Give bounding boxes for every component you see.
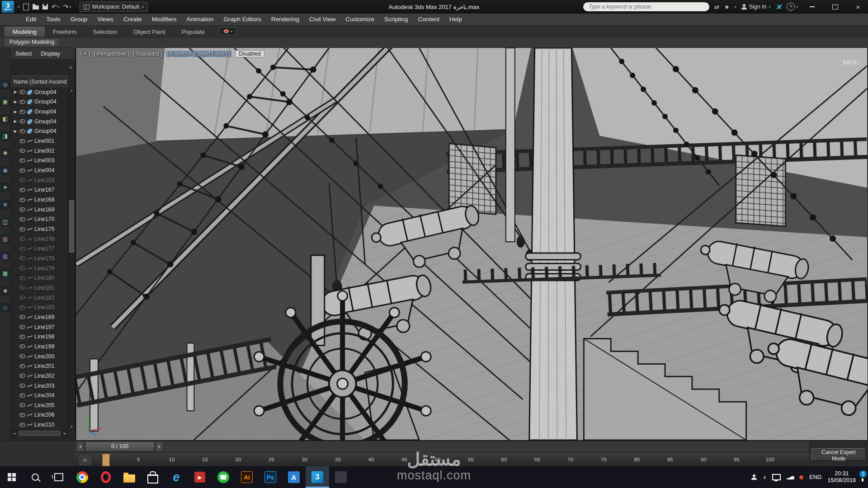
- pin-icon[interactable]: ◇: [1, 303, 10, 312]
- chevron-down-icon[interactable]: ▾: [735, 5, 736, 9]
- previous-frame-button[interactable]: ◄: [76, 441, 84, 452]
- ribbon-config-button[interactable]: ▾: [219, 27, 236, 35]
- taskbar-max[interactable]: 3: [306, 466, 329, 488]
- visibility-eye-icon[interactable]: [19, 178, 25, 182]
- explorer-row[interactable]: ▶Group04: [11, 97, 68, 107]
- visibility-eye-icon[interactable]: [19, 276, 25, 280]
- visibility-eye-icon[interactable]: [19, 403, 25, 407]
- time-slider-marker[interactable]: [102, 454, 110, 466]
- 3dsmax-logo[interactable]: 3 MAX: [2, 1, 14, 13]
- menu-views[interactable]: Views: [92, 14, 118, 25]
- viewport-pov-menu[interactable]: [ Perspective ]: [94, 51, 129, 57]
- display-spacewarps-icon[interactable]: ≋: [1, 200, 10, 209]
- explorer-row[interactable]: Line200: [11, 352, 68, 361]
- frame-indicator[interactable]: 0 / 100: [85, 441, 155, 452]
- explorer-row[interactable]: ▶Group04: [11, 87, 68, 97]
- chevron-up-icon[interactable]: ∧: [763, 474, 766, 480]
- menu-civil-view[interactable]: Civil View: [304, 14, 340, 25]
- explorer-row[interactable]: Line183: [11, 302, 68, 312]
- expand-icon[interactable]: ▶: [13, 129, 18, 133]
- visibility-eye-icon[interactable]: [19, 207, 25, 211]
- explorer-row[interactable]: Line181: [11, 283, 68, 293]
- explorer-row[interactable]: Line103: [11, 175, 68, 185]
- visibility-eye-icon[interactable]: [19, 119, 25, 123]
- sign-in-button[interactable]: Sign In ▾: [741, 4, 771, 10]
- lock-icon[interactable]: ◈: [1, 286, 10, 295]
- language-indicator[interactable]: ENG: [809, 474, 821, 480]
- explorer-row[interactable]: Line210: [11, 420, 68, 430]
- workspace-selector[interactable]: Workspace: Default ▾: [80, 2, 148, 12]
- visibility-eye-icon[interactable]: [19, 217, 25, 221]
- display-groups-icon[interactable]: ◫: [1, 217, 10, 226]
- people-icon[interactable]: [751, 474, 757, 480]
- explorer-row[interactable]: Line204: [11, 390, 68, 400]
- menu-create[interactable]: Create: [118, 14, 147, 25]
- taskbar-edge[interactable]: e: [165, 466, 188, 488]
- explorer-row[interactable]: Line202: [11, 371, 68, 381]
- explorer-row[interactable]: Line170: [11, 215, 68, 225]
- frame-ruler[interactable]: 0510152025303540455055606570758085909510…: [99, 452, 777, 467]
- explorer-row[interactable]: Line205: [11, 400, 68, 410]
- scrollbar-thumb[interactable]: [19, 431, 61, 436]
- explorer-row[interactable]: Line189: [11, 312, 68, 322]
- explorer-row[interactable]: Line169: [11, 205, 68, 215]
- visibility-eye-icon[interactable]: [19, 305, 25, 310]
- taskbar-media[interactable]: ▶: [188, 466, 212, 488]
- scroll-up-icon[interactable]: ▲: [68, 87, 75, 93]
- explorer-horizontal-scrollbar[interactable]: ◂ ▸: [11, 429, 68, 437]
- menu-group[interactable]: Group: [66, 14, 93, 25]
- ribbon-tab-freeform[interactable]: Freeform: [45, 27, 85, 37]
- expand-icon[interactable]: ▶: [13, 110, 18, 114]
- viewcube-back-label[interactable]: BACK: [839, 59, 861, 66]
- visibility-eye-icon[interactable]: [19, 237, 25, 241]
- sync-icon[interactable]: ⇄: [714, 4, 719, 10]
- visibility-eye-icon[interactable]: [19, 423, 25, 427]
- explorer-row[interactable]: ▶Group04: [11, 127, 68, 136]
- visibility-eye-icon[interactable]: [19, 384, 25, 388]
- visibility-eye-icon[interactable]: [19, 188, 25, 192]
- taskbar-illustrator[interactable]: Ai: [235, 466, 259, 488]
- find-icon[interactable]: ◎: [1, 80, 10, 89]
- visibility-eye-icon[interactable]: [19, 335, 25, 339]
- explorer-row[interactable]: Line175: [11, 224, 68, 234]
- explorer-row[interactable]: Line168: [11, 195, 68, 205]
- visibility-eye-icon[interactable]: [19, 227, 25, 231]
- visibility-eye-icon[interactable]: [19, 364, 25, 368]
- visibility-eye-icon[interactable]: [19, 344, 25, 348]
- expand-icon[interactable]: ▶: [13, 100, 18, 104]
- scrollbar-thumb[interactable]: [69, 200, 74, 253]
- viewport-style-menu[interactable]: [ Standard ]: [133, 51, 162, 57]
- menu-animation[interactable]: Animation: [181, 14, 218, 25]
- explorer-row[interactable]: Line201: [11, 361, 68, 371]
- select-icon[interactable]: ▣: [1, 97, 10, 106]
- menu-display[interactable]: Display: [36, 50, 65, 57]
- menu-edit[interactable]: Edit: [21, 14, 41, 25]
- taskbar-start[interactable]: [0, 466, 24, 488]
- ribbon-tab-populate[interactable]: Populate: [174, 27, 213, 37]
- explorer-row[interactable]: Line176: [11, 234, 68, 244]
- chevron-down-icon[interactable]: ▾: [18, 5, 19, 9]
- explorer-row[interactable]: ▶Group04: [11, 107, 68, 117]
- help-button[interactable]: ? ▾: [787, 3, 798, 11]
- explorer-row[interactable]: Line002: [11, 146, 68, 156]
- perspective-viewport[interactable]: [ + ] [ Perspective ] [ Standard ] [ Fac…: [75, 47, 868, 441]
- display-lights-icon[interactable]: ✱: [1, 149, 10, 158]
- explorer-row[interactable]: Line004: [11, 165, 68, 175]
- close-button[interactable]: ×: [849, 0, 867, 14]
- taskbar-chrome[interactable]: [71, 466, 94, 488]
- display-icon[interactable]: [772, 474, 781, 480]
- taskbar-store[interactable]: [141, 466, 165, 488]
- explorer-row[interactable]: Line003: [11, 156, 68, 166]
- visibility-eye-icon[interactable]: [19, 394, 25, 398]
- taskbar-opera[interactable]: [94, 466, 118, 488]
- action-center-button[interactable]: 2: [862, 473, 863, 481]
- taskbar-search[interactable]: [24, 466, 47, 488]
- explorer-row[interactable]: Line001: [11, 136, 68, 146]
- explorer-row[interactable]: Line206: [11, 410, 68, 420]
- name-column-header[interactable]: Name (Sorted Ascend: [11, 75, 68, 88]
- undo-icon[interactable]: ↶▾: [52, 3, 60, 10]
- taskbar-whatsapp[interactable]: ☎: [212, 466, 235, 488]
- explorer-row[interactable]: Line167: [11, 185, 68, 195]
- network-signal-icon[interactable]: ▂▄▆: [787, 475, 793, 479]
- minimize-button[interactable]: [803, 0, 821, 14]
